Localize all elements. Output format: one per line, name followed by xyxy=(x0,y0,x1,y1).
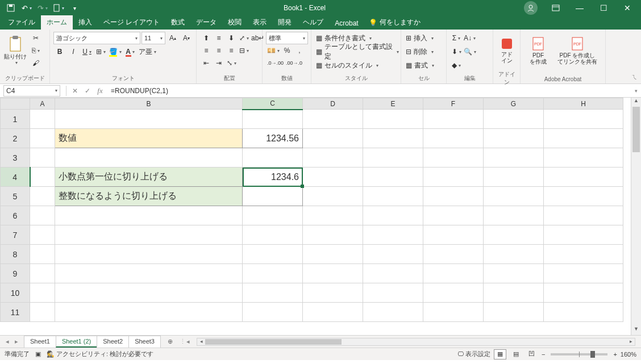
cell-C1[interactable] xyxy=(243,110,303,129)
tab-insert[interactable]: 挿入 xyxy=(73,15,98,30)
row-header-5[interactable]: 5 xyxy=(1,187,30,206)
tab-file[interactable]: ファイル xyxy=(2,15,41,30)
cell-D2[interactable] xyxy=(303,129,363,148)
qat-customize-button[interactable]: ▾ xyxy=(67,1,82,15)
cell-C2[interactable]: 1234.56 xyxy=(243,129,303,148)
row-header-3[interactable]: 3 xyxy=(1,148,30,168)
formula-input[interactable]: =ROUNDUP(C2,1) xyxy=(106,87,631,95)
cell-E11[interactable] xyxy=(363,303,423,322)
sheet-tab-Sheet1[interactable]: Sheet1 xyxy=(24,336,56,348)
cell-F10[interactable] xyxy=(423,283,484,303)
cell-B8[interactable] xyxy=(55,245,243,264)
cell-B11[interactable] xyxy=(55,303,243,322)
cell-F7[interactable] xyxy=(423,225,484,245)
cell-G5[interactable] xyxy=(484,187,544,206)
account-avatar[interactable] xyxy=(524,1,538,15)
cell-E6[interactable] xyxy=(363,206,423,225)
cell-H7[interactable] xyxy=(544,225,623,245)
cell-styles-button[interactable]: ▦セルのスタイル▾ xyxy=(315,59,400,72)
undo-button[interactable]: ↶▾ xyxy=(19,1,34,15)
cell-D7[interactable] xyxy=(303,225,363,245)
page-layout-view-button[interactable]: ▤ xyxy=(510,349,522,359)
hscroll-thumb[interactable] xyxy=(205,339,342,345)
horizontal-scrollbar[interactable]: ◂ ▸ xyxy=(197,338,635,346)
cell-A4[interactable] xyxy=(30,168,55,187)
select-all-corner[interactable] xyxy=(1,98,30,110)
cell-C8[interactable] xyxy=(243,245,303,264)
cell-E4[interactable] xyxy=(363,168,423,187)
cut-button[interactable]: ✂ xyxy=(30,32,42,44)
align-left-button[interactable]: ≡ xyxy=(200,44,213,57)
tab-review[interactable]: 校閲 xyxy=(222,15,247,30)
clear-button[interactable]: ◆▾ xyxy=(450,59,463,72)
col-header-F[interactable]: F xyxy=(423,98,484,110)
tab-formulas[interactable]: 数式 xyxy=(165,15,190,30)
row-header-4[interactable]: 4 xyxy=(1,168,30,187)
sheet-tab-Sheet3[interactable]: Sheet3 xyxy=(128,336,161,348)
cell-G10[interactable] xyxy=(484,283,544,303)
border-button[interactable]: ⊞▾ xyxy=(94,45,107,58)
cell-A11[interactable] xyxy=(30,303,55,322)
cell-D8[interactable] xyxy=(303,245,363,264)
zoom-slider[interactable] xyxy=(551,353,607,355)
sheet-tab-Sheet1-(2)[interactable]: Sheet1 (2) xyxy=(56,336,97,348)
cell-C6[interactable] xyxy=(243,206,303,225)
fill-color-button[interactable]: 🪣▾ xyxy=(108,45,123,58)
increase-decimal-button[interactable]: .0→.00 xyxy=(266,57,285,69)
cell-C4[interactable]: 1234.6 xyxy=(243,168,303,187)
insert-function-button[interactable]: fx xyxy=(94,85,106,97)
col-header-D[interactable]: D xyxy=(303,98,363,110)
cell-F9[interactable] xyxy=(423,264,484,283)
cell-F8[interactable] xyxy=(423,245,484,264)
save-button[interactable] xyxy=(3,1,18,15)
cell-G4[interactable] xyxy=(484,168,544,187)
tab-home[interactable]: ホーム xyxy=(41,15,73,30)
orientation2-button[interactable]: ⤡▾ xyxy=(225,57,238,69)
decrease-decimal-button[interactable]: .00→.0 xyxy=(285,57,303,69)
cell-C3[interactable] xyxy=(243,148,303,168)
cells-table[interactable]: ABCDEFGH 12数値1234.5634小数点第一位に切り上げる1234.6… xyxy=(0,98,623,322)
cell-G3[interactable] xyxy=(484,148,544,168)
expand-formula-bar-button[interactable]: ▾ xyxy=(631,88,641,94)
cell-G2[interactable] xyxy=(484,129,544,148)
cell-F4[interactable] xyxy=(423,168,484,187)
col-header-A[interactable]: A xyxy=(30,98,55,110)
cell-H6[interactable] xyxy=(544,206,623,225)
cell-A9[interactable] xyxy=(30,264,55,283)
cell-D1[interactable] xyxy=(303,110,363,129)
vscroll-thumb[interactable] xyxy=(632,107,640,152)
cell-F11[interactable] xyxy=(423,303,484,322)
cell-C7[interactable] xyxy=(243,225,303,245)
cell-B5[interactable]: 整数になるように切り上げる xyxy=(55,187,243,206)
cell-B3[interactable] xyxy=(55,148,243,168)
cell-C9[interactable] xyxy=(243,264,303,283)
cell-E2[interactable] xyxy=(363,129,423,148)
tab-view[interactable]: 表示 xyxy=(247,15,272,30)
find-button[interactable]: 🔍▾ xyxy=(463,45,477,58)
accessibility-status[interactable]: 🕵 アクセシビリティ: 検討が必要です xyxy=(47,350,153,358)
accounting-format-button[interactable]: 💴▾ xyxy=(266,44,281,57)
macro-record-icon[interactable]: ▣ xyxy=(35,350,41,358)
cell-A10[interactable] xyxy=(30,283,55,303)
cell-B10[interactable] xyxy=(55,283,243,303)
copy-button[interactable]: ⎘▾ xyxy=(30,44,42,57)
cell-B2[interactable]: 数値 xyxy=(55,129,243,148)
normal-view-button[interactable]: ▦ xyxy=(494,349,506,359)
tab-page-layout[interactable]: ページ レイアウト xyxy=(98,15,165,30)
decrease-font-button[interactable]: A▾ xyxy=(180,32,193,44)
cell-A5[interactable] xyxy=(30,187,55,206)
delete-cells-button[interactable]: ⊟削除▾ xyxy=(405,45,446,58)
paste-button[interactable]: 貼り付け ▾ xyxy=(3,32,27,69)
cell-A2[interactable] xyxy=(30,129,55,148)
italic-button[interactable]: I xyxy=(67,45,80,58)
cell-E10[interactable] xyxy=(363,283,423,303)
number-format-combo[interactable]: 標準▾ xyxy=(266,32,308,44)
cell-F2[interactable] xyxy=(423,129,484,148)
percent-button[interactable]: % xyxy=(281,44,293,57)
row-header-6[interactable]: 6 xyxy=(1,206,30,225)
cell-D3[interactable] xyxy=(303,148,363,168)
cell-F6[interactable] xyxy=(423,206,484,225)
row-header-9[interactable]: 9 xyxy=(1,264,30,283)
bold-button[interactable]: B xyxy=(53,45,66,58)
cell-H8[interactable] xyxy=(544,245,623,264)
